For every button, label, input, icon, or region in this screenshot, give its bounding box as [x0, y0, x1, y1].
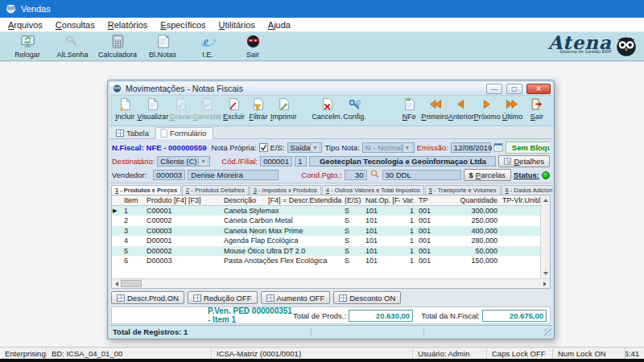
visualizar-button[interactable]: Visualizar — [137, 97, 168, 121]
menu-especificos[interactable]: Específicos — [154, 19, 212, 31]
cancelar-button[interactable]: ↶ Cancelar — [192, 97, 221, 121]
sair-child-button[interactable]: Sair — [525, 97, 549, 121]
imprimir-button[interactable]: Imprimir — [270, 97, 297, 121]
nfe-button[interactable]: NFe — [397, 97, 421, 121]
gravar-button[interactable]: ✓ Gravar — [168, 97, 192, 121]
vertical-scrollbar[interactable] — [540, 195, 550, 279]
grid-header-cell[interactable]: TP — [416, 196, 442, 204]
menu-relatorios[interactable]: Relatórios — [101, 19, 155, 31]
filtrar-button[interactable]: Filtrar — [246, 97, 270, 121]
calculadora-label: Calculadora — [98, 51, 137, 59]
detail-tabs: 1 - Produtos e Preços 2 - Produtos Detal… — [109, 183, 552, 195]
grid-header-cell[interactable]: Descrição [F4] = Descr.Estendida — [221, 196, 342, 204]
gravar-label: Gravar — [170, 113, 192, 121]
table-row[interactable]: 5D00002Mouse Ótico Ultra DT 2.0S10110015… — [112, 246, 540, 257]
primeiro-button[interactable]: Primeiro — [421, 97, 448, 121]
tab-produtos-precos[interactable]: 1 - Produtos e Preços — [111, 185, 181, 195]
grid-header-cell[interactable]: Nat.Op. [F4] — [363, 196, 400, 204]
tab-impostos-produtos[interactable]: 3 - Impostos x Produtos — [250, 185, 321, 195]
ie-button[interactable]: e I.E. — [185, 34, 230, 59]
descr-prod-toggle[interactable]: Descr.Prod.ON — [111, 291, 184, 304]
scroll-left-icon[interactable] — [112, 279, 121, 288]
config-button[interactable]: Config. — [342, 97, 366, 121]
menu-arquivos[interactable]: Arquivos — [2, 19, 49, 31]
ultimo-button[interactable]: Último — [500, 97, 524, 121]
form-row-2: Destinatário: Cliente (C)▼ Cód./Filial: … — [112, 155, 550, 167]
grid-cell: 3 — [122, 227, 144, 235]
cancelamento-button[interactable]: Cancelm. — [312, 97, 342, 121]
cond-pgto-desc-field[interactable]: 30 DDL — [382, 170, 461, 180]
doc-view-icon — [146, 97, 159, 113]
excluir-button[interactable]: Excluir — [221, 97, 246, 121]
grid-header-cell[interactable]: Item — [122, 196, 144, 204]
calculadora-button[interactable]: Calculadora — [95, 34, 140, 59]
child-titlebar[interactable]: Movimentações - Notas Fiscais — ▢ ✕ — [109, 82, 552, 96]
scroll-down-icon[interactable] — [541, 269, 550, 278]
vendedor-nome-input[interactable]: Denise Moreira — [188, 170, 279, 180]
reducao-label: Redução OFF — [204, 294, 252, 302]
aumento-toggle[interactable]: Aumento OFF — [261, 291, 331, 304]
cliente-nome-field[interactable]: Geotecplan Tecnologia e Geoinformaçao Lt… — [309, 156, 496, 167]
incluir-button[interactable]: ★ Incluir — [113, 97, 137, 121]
horizontal-scrollbar[interactable] — [112, 278, 550, 288]
tipo-nota-select[interactable]: N - Normal▼ — [362, 142, 415, 153]
grid-header-cell[interactable]: (E/S) — [342, 196, 363, 204]
status-capslock: Caps Lock OFF — [487, 348, 553, 359]
sem-bloqueio-badge[interactable]: Sem Bloqueio — [506, 142, 550, 154]
bl-notas-button[interactable]: Bl.Notas — [140, 34, 185, 59]
es-select[interactable]: Saída▼ — [287, 142, 323, 153]
resize-grip[interactable] — [543, 328, 551, 336]
table-row[interactable]: 3C00003Caneta Neon Max PrimeS1011001400,… — [112, 226, 540, 237]
table-row[interactable]: 2C00002Caneta Carbon MetalS1011001250,00… — [112, 216, 540, 226]
nota-propria-checkbox[interactable] — [259, 143, 268, 152]
scrollbar-thumb[interactable] — [121, 280, 142, 287]
vendedor-cod-input[interactable]: 000003 — [153, 170, 185, 180]
cond-pgto-cod-input[interactable]: 30 — [345, 170, 367, 180]
scroll-right-icon[interactable] — [541, 279, 550, 288]
emissao-input[interactable]: 12/08/2019 — [451, 142, 491, 153]
reducao-toggle[interactable]: Redução OFF — [188, 291, 258, 304]
proximo-button[interactable]: Próximo — [473, 97, 500, 121]
tab-transporte-volumes[interactable]: 5 - Transporte e Volumes — [425, 185, 501, 195]
main-titlebar[interactable]: Vendas — [0, 0, 644, 18]
cod-input[interactable]: 000001 — [260, 156, 292, 167]
vendedor-cod: 000003 — [156, 171, 182, 179]
grid-cell: 101 — [363, 247, 400, 255]
menu-consultas[interactable]: Consultas — [49, 19, 101, 31]
detalhes-button[interactable]: Detalhes — [498, 155, 550, 167]
menu-ajuda[interactable]: Ajuda — [262, 19, 297, 31]
grid-cell: Caneta Stylemax — [221, 207, 342, 215]
menu-utilitarios[interactable]: Utilitários — [213, 19, 262, 31]
maximize-button[interactable]: ▢ — [506, 84, 522, 94]
menu-bar: Arquivos Consultas Relatórios Específico… — [0, 18, 644, 32]
anterior-button[interactable]: Anterior — [448, 97, 474, 121]
doc-save-icon: ✓ — [174, 97, 188, 113]
grid-header-cell[interactable]: Produto [F4] [F3] — [144, 196, 221, 204]
desconto-toggle[interactable]: Desconto ON — [333, 291, 401, 304]
tab-dados-adicionais[interactable]: 6 - Dados Adicionais — [502, 185, 552, 195]
alt-senha-button[interactable]: Alt.Senha — [50, 34, 95, 59]
tab-outros-valores[interactable]: 4 - Outros Valores e Total Impostos — [322, 185, 424, 195]
table-row[interactable]: ▶1C00001Caneta StylemaxS1011001300,000 — [112, 206, 540, 216]
tab-tabela[interactable]: Tabela — [112, 128, 155, 138]
svg-text:★: ★ — [119, 105, 125, 111]
tab-produtos-detalhes[interactable]: 2 - Produtos Detalhes — [182, 185, 249, 195]
table-row[interactable]: 6D00003Pasta Anotações Flex EcológicaS10… — [112, 256, 540, 266]
grid-header-cell[interactable]: Var. — [400, 196, 416, 204]
parcelas-button[interactable]: $ Parcelas — [464, 169, 511, 181]
table-row[interactable]: 4D00001Agenda Flap EcológicaS1011001280,… — [112, 236, 540, 246]
filial-input[interactable]: 1 — [295, 156, 307, 167]
sair-main-button[interactable]: Sair — [230, 34, 275, 59]
tab-formulario[interactable]: Formulário — [155, 127, 213, 139]
calendar-icon[interactable] — [493, 142, 503, 154]
search-icon[interactable] — [369, 169, 380, 181]
minimize-button[interactable]: — — [486, 84, 502, 94]
scroll-up-icon[interactable] — [541, 195, 550, 204]
relogar-button[interactable]: Relogar — [5, 34, 50, 59]
destinatario-select[interactable]: Cliente (C)▼ — [157, 156, 210, 167]
close-button[interactable]: ✕ — [526, 84, 551, 94]
grid-header-cell[interactable]: Quantidade — [442, 196, 500, 204]
grid-header-cell[interactable]: TP-Vlr.Unitário — [500, 196, 540, 204]
records-statusbar: Total de Registros: 1 — [109, 325, 552, 337]
nota-propria-label: Nota Própria: — [212, 143, 257, 152]
